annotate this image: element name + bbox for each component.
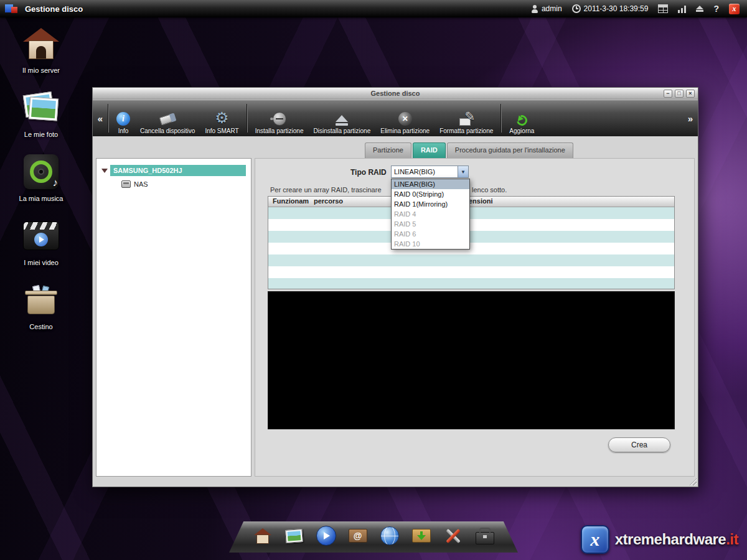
desktop-icon-music[interactable]: ♪ La mia musica [9,152,73,202]
toolbar-aggiorna[interactable]: Aggiorna [504,102,539,134]
table-row [268,278,674,289]
dock-browser[interactable] [379,525,400,547]
install-icon [273,112,286,126]
table-row [268,266,674,278]
dropdown-option-raid0[interactable]: RAID 0(Striping) [392,189,469,199]
table-row [268,243,674,254]
dropdown-option-raid1[interactable]: RAID 1(Mirroring) [392,199,469,209]
window-titlebar[interactable]: Gestione disco − □ × [93,88,698,100]
resize-grip[interactable] [688,477,697,485]
video-icon [23,222,59,250]
raid-type-dropdown: LINEAR(BIG) RAID 0(Striping) RAID 1(Mirr… [391,179,470,250]
raid-type-label: Tipo RAID [350,168,387,177]
tab-raid[interactable]: RAID [413,142,446,158]
window-toolbar: « i Info Cancella dispositivo ⚙ Info SMA… [93,100,698,136]
photos-icon [23,92,59,123]
device-tree-panel: SAMSUNG_HD502HJ NAS [96,158,251,477]
toolbar-scroll-right[interactable]: » [685,113,695,124]
dock-download[interactable] [411,525,432,547]
music-icon: ♪ [24,154,59,189]
status-bars-icon[interactable] [678,5,686,13]
toolbar-scroll-left[interactable]: « [95,113,105,124]
desktop-icon-photos[interactable]: Le mie foto [9,88,73,138]
column-header[interactable]: ensioni [469,197,493,205]
tabbar: Partizione RAID Procedura guidata per l'… [365,142,573,158]
eject-icon [336,115,348,126]
gear-icon: ⚙ [215,110,228,126]
raid-hint-right: lenco sotto. [472,186,507,194]
dock-media-player[interactable] [316,525,337,547]
dock-toolbox[interactable] [474,525,496,547]
close-button[interactable]: × [686,90,695,98]
dropdown-option-linear[interactable]: LINEAR(BIG) [392,179,469,189]
user-icon [531,5,538,13]
dropdown-option-raid6: RAID 6 [392,229,469,239]
raid-type-select[interactable]: LINEAR(BIG) ▼ [391,166,469,178]
toolbar-separator [108,104,109,133]
table-header: Funzionam percorso ensioni [268,197,674,207]
trash-icon [25,286,57,314]
toolbar-elimina-partizione[interactable]: ✕ Elimina partizione [375,102,435,134]
dropdown-option-raid10: RAID 10 [392,239,469,249]
desktop-icon-server[interactable]: Il mio server [9,24,73,74]
toolbar-info[interactable]: i Info [111,102,135,134]
dock [229,521,518,553]
desktop-shortcuts: Il mio server Le mie foto ♪ La mia music… [9,24,73,330]
disk-icon [121,180,131,188]
select-dropdown-button[interactable]: ▼ [458,166,468,177]
toolbar-separator [247,104,248,133]
toolbar-disinstalla-partizione[interactable]: Disinstalla partizione [309,102,376,134]
home-icon [23,28,59,59]
info-icon: i [116,112,130,126]
column-header[interactable]: percorso [314,197,343,205]
clock-icon [572,4,581,13]
play-icon [316,526,336,546]
apps-grid-icon[interactable] [658,4,668,13]
datetime-text: 2011-3-30 18:39:59 [584,4,649,13]
table-row [268,207,674,219]
toolbox-icon [476,532,494,544]
desktop-icon-trash[interactable]: Cestino [9,280,73,330]
dropdown-option-raid5: RAID 5 [392,219,469,229]
clock: 2011-3-30 18:39:59 [572,4,649,13]
toolbar-info-smart[interactable]: ⚙ Info SMART [200,102,243,134]
raid-drop-area[interactable] [268,291,675,429]
refresh-icon [515,113,529,128]
desktop-icon-videos[interactable]: I miei video [9,216,73,266]
tree-root-row[interactable]: SAMSUNG_HD502HJ [101,165,246,176]
disk-management-window: Gestione disco − □ × « i Info Cancella d… [92,87,698,487]
eraser-icon [159,113,176,125]
table-row [268,219,674,231]
help-button[interactable]: ? [713,4,719,14]
table-row [268,254,674,266]
tree-child-label: NAS [134,180,148,188]
table-row [268,231,674,243]
create-button[interactable]: Crea [608,437,670,452]
dock-home[interactable] [252,525,273,547]
toolbar-formatta-partizione[interactable]: ✎ Formatta partizione [435,102,498,134]
dock-photos[interactable] [284,525,305,547]
expand-arrow-icon[interactable] [101,169,108,173]
dock-mail[interactable] [347,525,369,547]
tab-procedura-guidata[interactable]: Procedura guidata per l'installazione [447,142,573,158]
user-name: admin [542,4,562,13]
window-title: Gestione disco [371,90,420,97]
desktop-icon-label: Il mio server [22,67,60,74]
restore-button[interactable]: □ [675,90,684,98]
tab-partizione[interactable]: Partizione [365,142,411,158]
user-menu[interactable]: admin [531,4,562,13]
minimize-button[interactable]: − [664,90,672,98]
desktop-icon-label: I miei video [24,259,59,266]
tree-child-row[interactable]: NAS [121,180,251,188]
dock-tools[interactable] [443,525,464,547]
desktop-icon-label: La mia musica [19,195,63,202]
toolbar-installa-partizione[interactable]: Installa partizione [250,102,309,134]
toolbar-cancella-dispositivo[interactable]: Cancella dispositivo [135,102,200,134]
watermark-text: xtremehardware.it [615,531,738,548]
eject-icon[interactable] [696,6,703,12]
column-header[interactable]: Funzionam [273,197,309,205]
xtreme-badge-icon[interactable] [729,4,740,14]
raid-panel: Tipo RAID LINEAR(BIG) ▼ Per creare un ar… [255,158,695,477]
desktop-icon-label: Le mie foto [24,131,58,138]
tree-root-label[interactable]: SAMSUNG_HD502HJ [110,165,246,176]
